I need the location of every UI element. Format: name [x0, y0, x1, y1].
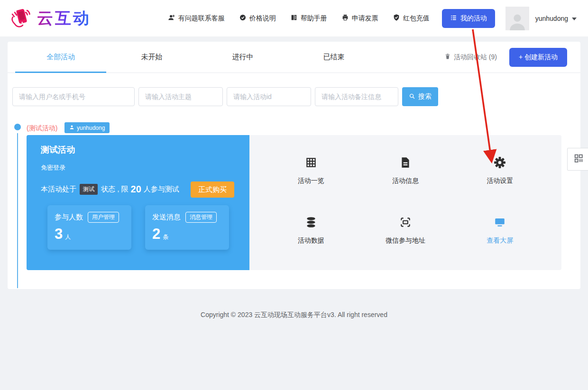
logo[interactable]: 云互动: [9, 7, 91, 30]
timeline-line: [17, 133, 18, 288]
document-icon: [399, 156, 412, 171]
recycle-bin-label: 活动回收站 (9): [454, 53, 497, 62]
action-view-big-screen[interactable]: 查看大屏: [487, 216, 513, 245]
action-activity-data[interactable]: 活动数据: [298, 216, 324, 245]
action-wechat-join-address[interactable]: 微信参与地址: [386, 216, 425, 245]
status-count: 20: [131, 184, 141, 195]
tabbar-right: 活动回收站 (9) + 创建新活动: [444, 42, 580, 73]
stat-value: 2: [152, 227, 160, 241]
nav-red-packet-recharge[interactable]: 红包充值: [393, 14, 430, 23]
monitor-icon: [494, 216, 506, 230]
username: yunhudong: [535, 15, 568, 22]
activity-tag: (测试活动): [27, 124, 57, 133]
nav-label: 红包充值: [403, 14, 430, 23]
activity-card: 测试活动 免密登录 本活动处于 测试 状态 , 限 20 人参与测试 正式购买 …: [27, 135, 561, 270]
tab-bar: 全部活动 未开始 进行中 已结束 活动回收站 (9) + 创建新活动: [8, 42, 580, 73]
qr-grid-icon: [573, 153, 584, 165]
owner-name: yunhudong: [77, 125, 105, 131]
my-activities-button[interactable]: 我的活动: [442, 9, 495, 28]
tab-in-progress[interactable]: 进行中: [197, 42, 288, 73]
nav-help-manual[interactable]: 帮助手册: [290, 14, 327, 23]
stat-label: 参与人数: [55, 213, 83, 222]
action-activity-info[interactable]: 活动信息: [392, 156, 419, 185]
activity-card-summary: 测试活动 免密登录 本活动处于 测试 状态 , 限 20 人参与测试 正式购买 …: [27, 135, 249, 270]
buy-button[interactable]: 正式购买: [191, 181, 234, 198]
book-icon: [290, 14, 298, 23]
printer-icon: [341, 14, 349, 23]
stat-label: 发送消息: [152, 213, 181, 222]
user-management-button[interactable]: 用户管理: [88, 212, 119, 223]
user-plus-icon: [168, 14, 175, 23]
search-button[interactable]: 搜索: [402, 87, 438, 106]
recycle-bin-link[interactable]: 活动回收站 (9): [444, 53, 497, 62]
owner-badge[interactable]: yunhudong: [64, 122, 110, 133]
message-management-button[interactable]: 消息管理: [185, 212, 217, 223]
search-row: 搜索: [12, 87, 438, 106]
action-label: 活动设置: [487, 177, 513, 185]
nav-label: 申请发票: [352, 14, 378, 23]
status-mid: 状态 , 限: [101, 185, 129, 194]
grid-icon: [305, 156, 317, 171]
nav-pricing[interactable]: 价格说明: [239, 14, 276, 23]
action-label: 查看大屏: [487, 236, 513, 245]
action-activity-overview[interactable]: 活动一览: [298, 156, 324, 185]
activity-title: 测试活动: [41, 144, 75, 155]
logo-text: 云互动: [37, 8, 91, 29]
tab-all-activities[interactable]: 全部活动: [15, 42, 106, 73]
nav-label: 价格说明: [249, 14, 276, 23]
tab-label: 进行中: [232, 53, 254, 62]
nav-label: 有问题联系客服: [178, 14, 225, 23]
status-prefix: 本活动处于: [41, 185, 76, 194]
list-icon: [450, 14, 457, 23]
avatar[interactable]: [505, 7, 529, 30]
username-phone-input[interactable]: [12, 87, 135, 106]
activity-subtitle: 免密登录: [41, 163, 65, 172]
stat-value: 3: [55, 227, 63, 241]
action-label: 微信参与地址: [386, 236, 425, 245]
search-icon: [409, 93, 415, 101]
nav-label: 帮助手册: [301, 14, 327, 23]
activity-actions-grid: 活动一览 活动信息 活动设置 活动数据: [249, 135, 561, 270]
status-badge: 测试: [80, 184, 98, 195]
activity-note-input[interactable]: [315, 87, 398, 106]
stat-unit: 人: [65, 233, 71, 241]
tab-label: 已结束: [323, 53, 345, 62]
action-label: 活动一览: [298, 177, 324, 185]
my-activities-label: 我的活动: [460, 14, 487, 23]
activity-status-line: 本活动处于 测试 状态 , 限 20 人参与测试: [41, 184, 179, 195]
scan-icon: [399, 216, 412, 230]
stat-participants: 参与人数 用户管理 3 人: [47, 205, 131, 250]
status-suffix: 人参与测试: [144, 185, 179, 194]
trash-icon: [444, 53, 451, 61]
create-activity-button[interactable]: + 创建新活动: [509, 48, 567, 67]
timeline-dot: [14, 124, 21, 130]
stat-messages: 发送消息 消息管理 2 条: [145, 205, 229, 250]
search-button-label: 搜索: [418, 92, 432, 101]
phone-in-hand-logo-icon: [9, 7, 34, 30]
action-label: 活动信息: [392, 177, 419, 185]
activity-topic-input[interactable]: [138, 87, 223, 106]
user-menu[interactable]: yunhudong: [535, 15, 577, 22]
top-header: 云互动 有问题联系客服 价格说明 帮助手册 申请发票: [0, 0, 588, 37]
person-icon: [69, 125, 74, 131]
main-panel: 全部活动 未开始 进行中 已结束 活动回收站 (9) + 创建新活动: [8, 42, 580, 289]
tab-label: 未开始: [141, 53, 163, 62]
tab-ended[interactable]: 已结束: [288, 42, 379, 73]
stat-unit: 条: [163, 233, 168, 241]
database-icon: [305, 216, 317, 230]
tab-not-started[interactable]: 未开始: [106, 42, 197, 73]
nav-request-invoice[interactable]: 申请发票: [341, 14, 378, 23]
badge-icon: [239, 14, 247, 23]
gear-icon: [494, 156, 506, 171]
nav-contact-support[interactable]: 有问题联系客服: [168, 14, 225, 23]
action-activity-settings[interactable]: 活动设置: [487, 156, 513, 185]
tab-label: 全部活动: [46, 53, 75, 62]
quick-nav-widget[interactable]: [567, 148, 588, 171]
activity-id-input[interactable]: [227, 87, 311, 106]
action-label: 活动数据: [298, 236, 324, 245]
chevron-down-icon: [572, 18, 577, 20]
header-nav: 有问题联系客服 价格说明 帮助手册 申请发票 红包充值: [168, 14, 430, 23]
shield-check-icon: [393, 14, 400, 23]
footer-copyright: Copyright © 2023 云互动现场互动服务平台v3. All righ…: [0, 311, 588, 319]
